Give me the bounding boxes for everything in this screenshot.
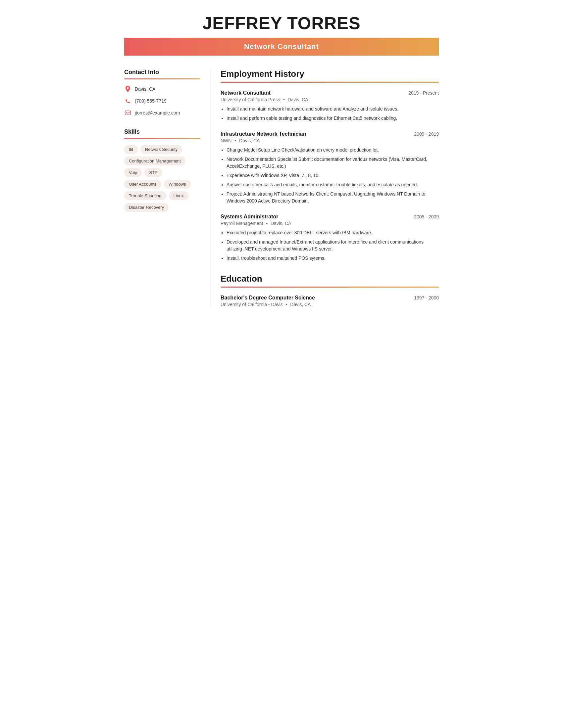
candidate-title-banner: Network Consultant	[124, 38, 439, 56]
job-title: Systems Administrator	[220, 214, 278, 220]
job-bullets: Change Model Setup Line Check/validation…	[220, 147, 439, 205]
employment-section: Employment History Network Consultant 20…	[220, 69, 439, 262]
job-company: NWN • Davis, CA	[220, 138, 439, 143]
skill-tag: Windows	[164, 180, 191, 189]
job-bullet: Change Model Setup Line Check/validation…	[226, 147, 439, 154]
location-text: Davis, CA	[135, 86, 155, 92]
job-title: Infrastructure Network Technician	[220, 131, 306, 137]
education-section-title: Education	[220, 274, 439, 284]
skill-tag: Configuration Management	[124, 157, 185, 165]
skill-tag: Network Security	[140, 145, 182, 154]
job-header: Network Consultant 2019 - Present	[220, 90, 439, 96]
email-text: jtorres@example.com	[135, 110, 180, 115]
contact-divider	[124, 78, 200, 79]
contact-phone: (700) 555-7719	[124, 97, 200, 105]
skill-tag: User Accounts	[124, 180, 161, 189]
job-bullet: Project: Administrating NT based Network…	[226, 191, 439, 205]
skills-section-title: Skills	[124, 128, 200, 135]
job-dates: 2005 - 2009	[414, 214, 439, 219]
job-entry: Systems Administrator 2005 - 2009 Payrol…	[220, 214, 439, 262]
skills-section: Skills ItilNetwork SecurityConfiguration…	[124, 128, 200, 212]
edu-school: University of California - Davis • Davis…	[220, 302, 439, 307]
job-bullets: Install and maintain network hardware an…	[220, 106, 439, 122]
jobs-list: Network Consultant 2019 - Present Univer…	[220, 90, 439, 262]
job-dates: 2009 - 2019	[414, 131, 439, 137]
contact-section-title: Contact Info	[124, 69, 200, 76]
job-bullets: Executed project to replace over 300 DEL…	[220, 229, 439, 262]
phone-icon	[124, 97, 131, 105]
email-icon	[124, 109, 131, 116]
education-section: Education Bachelor's Degree Computer Sci…	[220, 274, 439, 307]
sidebar: Contact Info Davis, CA (700) 555-7719	[124, 69, 210, 307]
job-dates: 2019 - Present	[408, 90, 439, 96]
education-divider	[220, 287, 439, 288]
job-entry: Infrastructure Network Technician 2009 -…	[220, 131, 439, 205]
skill-tag: Disaster Recovery	[124, 203, 168, 212]
content-area: Contact Info Davis, CA (700) 555-7719	[124, 69, 439, 307]
job-bullet: Install and maintain network hardware an…	[226, 106, 439, 113]
skill-tag: Voip	[124, 168, 142, 177]
resume-header: JEFFREY TORRES Network Consultant	[124, 13, 439, 59]
job-entry: Network Consultant 2019 - Present Univer…	[220, 90, 439, 122]
edu-dates: 1997 - 2000	[414, 295, 439, 300]
skill-tags-container: ItilNetwork SecurityConfiguration Manage…	[124, 145, 200, 212]
svg-rect-0	[125, 111, 131, 115]
candidate-name: JEFFREY TORRES	[124, 13, 439, 33]
job-bullet: Install, troubleshoot and maitained POS …	[226, 255, 439, 262]
job-bullet: Experience with Windows XP, Vista ,7 , 8…	[226, 172, 439, 179]
edu-degree: Bachelor's Degree Computer Science	[220, 295, 315, 301]
location-icon	[124, 85, 131, 93]
skills-divider	[124, 138, 200, 139]
edu-header: Bachelor's Degree Computer Science 1997 …	[220, 295, 439, 301]
employment-divider	[220, 82, 439, 83]
skill-tag: STP	[144, 168, 162, 177]
skill-tag: Trouble Shooting	[124, 191, 166, 200]
job-header: Infrastructure Network Technician 2009 -…	[220, 131, 439, 137]
contact-email: jtorres@example.com	[124, 109, 200, 116]
job-bullet: Developed and managed Intranet/Extranet …	[226, 239, 439, 252]
job-title: Network Consultant	[220, 90, 270, 96]
skill-tag: Itil	[124, 145, 138, 154]
job-header: Systems Administrator 2005 - 2009	[220, 214, 439, 220]
job-bullet: Executed project to replace over 300 DEL…	[226, 229, 439, 236]
edu-entry: Bachelor's Degree Computer Science 1997 …	[220, 295, 439, 307]
job-bullet: Answer customer calls and emails, monito…	[226, 181, 439, 188]
education-list: Bachelor's Degree Computer Science 1997 …	[220, 295, 439, 307]
skill-tag: Linux	[169, 191, 188, 200]
contact-location: Davis, CA	[124, 85, 200, 93]
job-company: Payroll Management • Davis, CA	[220, 221, 439, 226]
phone-text: (700) 555-7719	[135, 98, 166, 104]
employment-section-title: Employment History	[220, 69, 439, 79]
job-bullet: Install and perform cable testing and di…	[226, 115, 439, 122]
job-bullet: Network Documentation Specialist Submit …	[226, 156, 439, 170]
main-content: Employment History Network Consultant 20…	[210, 69, 439, 307]
job-company: University of California Press • Davis, …	[220, 97, 439, 102]
